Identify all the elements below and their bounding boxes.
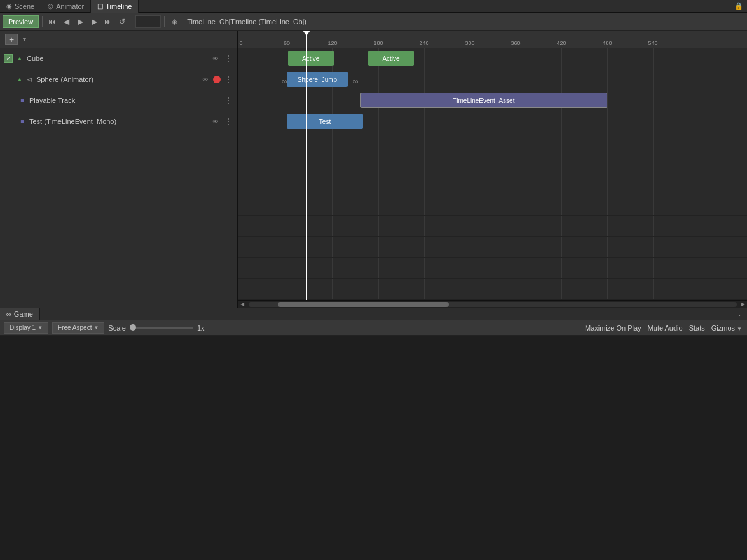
scrollbar-track[interactable] bbox=[249, 302, 737, 307]
sphere-record-indicator bbox=[213, 76, 221, 83]
add-track-dropdown[interactable]: ▼ bbox=[22, 36, 27, 43]
scroll-right-button[interactable]: ▶ bbox=[739, 301, 747, 308]
aspect-select-button[interactable]: Free Aspect ▼ bbox=[52, 322, 104, 334]
loop-button[interactable]: ↺ bbox=[116, 15, 128, 28]
cube-checkbox[interactable]: ✓ bbox=[4, 54, 13, 63]
aspect-label: Free Aspect bbox=[58, 324, 92, 331]
timeline-row-empty-1 bbox=[238, 132, 747, 153]
prev-frame-button[interactable]: ◀ bbox=[60, 15, 72, 28]
cube-visibility-icon[interactable]: 👁 bbox=[210, 53, 221, 64]
cube-track-label: Cube bbox=[27, 55, 208, 62]
timeline-row-empty-6 bbox=[238, 237, 747, 258]
ruler-480: 480 bbox=[602, 40, 612, 46]
animator-tab-label: Animator bbox=[56, 3, 84, 10]
scene-tab-label: Scene bbox=[15, 3, 34, 10]
playhead-ruler bbox=[306, 31, 307, 48]
goto-start-button[interactable]: ⏮ bbox=[46, 15, 58, 28]
test-options-button[interactable]: ⋮ bbox=[223, 116, 233, 126]
ruler-420: 420 bbox=[556, 40, 566, 46]
ruler-0: 0 bbox=[239, 40, 242, 46]
timeline-row-empty-3 bbox=[238, 174, 747, 195]
display-select-button[interactable]: Display 1 ▼ bbox=[4, 322, 48, 334]
gizmos-label: Gizmos bbox=[711, 324, 735, 332]
track-list: + ▼ ✓ ▲ Cube 👁 ⋮ ▲ ⊲ Sphere (Animator) 👁… bbox=[0, 31, 238, 308]
right-toolbar: Maximize On Play Mute Audio Stats Gizmos… bbox=[584, 324, 743, 332]
clip-cube-active1[interactable]: Active bbox=[288, 51, 334, 66]
clip-test[interactable]: Test bbox=[287, 114, 363, 129]
sphere-visibility-icon[interactable]: 👁 bbox=[200, 74, 210, 85]
preview-label: Preview bbox=[8, 18, 33, 25]
add-track-label: + bbox=[9, 34, 14, 44]
timeline-row-empty-2 bbox=[238, 153, 747, 174]
timeline-row-test: Test bbox=[238, 111, 747, 132]
track-row-sphere[interactable]: ▲ ⊲ Sphere (Animator) 👁 ⋮ bbox=[0, 69, 237, 90]
sphere-track-label: Sphere (Animator) bbox=[36, 76, 198, 83]
play-button[interactable]: ▶ bbox=[74, 15, 86, 28]
asset-name-label: TimeLine_ObjTimeline (TimeLine_Obj) bbox=[187, 18, 306, 25]
track-row-test[interactable]: ■ Test (TimeLineEvent_Mono) 👁 ⋮ bbox=[0, 111, 237, 132]
ruler-60: 60 bbox=[284, 40, 290, 46]
goto-end-button[interactable]: ⏭ bbox=[102, 15, 114, 28]
timeline-row-empty-4 bbox=[238, 195, 747, 216]
toolbar-separator-2 bbox=[132, 16, 132, 27]
scroll-left-button[interactable]: ◀ bbox=[238, 301, 246, 308]
lock-icon: 🔒 bbox=[734, 2, 747, 10]
maximize-label: Maximize On Play bbox=[585, 324, 641, 332]
timeline-row-sphere: ∞ Shpere_Jump ∞ bbox=[238, 69, 747, 90]
animator-tab[interactable]: ◎ Animator bbox=[41, 0, 91, 13]
scrollbar-thumb[interactable] bbox=[278, 302, 449, 307]
timeline-row-empty-8 bbox=[238, 279, 747, 300]
timeline-ruler: 0 60 120 180 240 300 360 420 480 540 bbox=[238, 31, 747, 48]
scale-slider-thumb[interactable] bbox=[130, 324, 136, 331]
playable-options-button[interactable]: ⋮ bbox=[223, 95, 233, 106]
playhead-tracks bbox=[306, 48, 307, 300]
mute-audio-button[interactable]: Mute Audio bbox=[647, 324, 684, 332]
test-visibility-icon[interactable]: 👁 bbox=[210, 116, 221, 126]
scale-slider[interactable] bbox=[130, 327, 193, 329]
game-panel-options[interactable]: ⋮ bbox=[736, 310, 747, 318]
toolbar-separator-1 bbox=[42, 16, 43, 27]
ruler-240: 240 bbox=[419, 40, 428, 46]
timeline-tracks-area: Active Active ∞ Shpere_Jump ∞ TimeLineEv… bbox=[238, 48, 747, 300]
timeline-tab-label: Timeline bbox=[106, 3, 132, 10]
scene-tab-icon: ◉ bbox=[6, 3, 12, 10]
ruler-540: 540 bbox=[648, 40, 657, 46]
add-track-button[interactable]: + bbox=[5, 34, 18, 45]
game-panel: ∞ Game ⋮ Display 1 ▼ Free Aspect ▼ Scale… bbox=[0, 308, 747, 336]
ruler-300: 300 bbox=[465, 40, 474, 46]
frame-number-input[interactable]: 83 bbox=[135, 15, 161, 28]
preview-button[interactable]: Preview bbox=[3, 15, 39, 28]
clip-playable-event[interactable]: TimeLineEvent_Asset bbox=[360, 93, 607, 108]
playable-track-icon: ■ bbox=[18, 96, 27, 105]
mute-label: Mute Audio bbox=[648, 324, 683, 332]
cube-options-button[interactable]: ⋮ bbox=[223, 53, 233, 64]
ruler-labels: 0 60 120 180 240 300 360 420 480 540 bbox=[238, 31, 747, 48]
clip-cube-active2[interactable]: Active bbox=[368, 51, 414, 66]
timeline-tab[interactable]: ◫ Timeline bbox=[91, 0, 139, 13]
timeline-row-empty-7 bbox=[238, 258, 747, 279]
scale-label-text: Scale bbox=[108, 324, 126, 332]
timeline-canvas: 0 60 120 180 240 300 360 420 480 540 bbox=[238, 31, 747, 308]
gizmos-button[interactable]: Gizmos ▼ bbox=[710, 324, 743, 332]
clip-sphere-jump[interactable]: Shpere_Jump bbox=[287, 72, 348, 87]
timeline-row-cube: Active Active bbox=[238, 48, 747, 69]
cube-track-icon: ▲ bbox=[15, 54, 24, 63]
timeline-settings-icon: ◈ bbox=[168, 15, 181, 28]
sphere-infinity-right: ∞ bbox=[353, 77, 359, 86]
scene-tab[interactable]: ◉ Scene bbox=[0, 0, 41, 13]
maximize-on-play-button[interactable]: Maximize On Play bbox=[584, 324, 643, 332]
track-row-playable[interactable]: ■ Playable Track ⋮ bbox=[0, 90, 237, 111]
timeline-row-empty-5 bbox=[238, 216, 747, 237]
ruler-360: 360 bbox=[511, 40, 520, 46]
game-tab[interactable]: ∞ Game bbox=[0, 308, 40, 320]
track-row-cube[interactable]: ✓ ▲ Cube 👁 ⋮ bbox=[0, 48, 237, 69]
game-tab-label: Game bbox=[14, 310, 33, 318]
game-toolbar: Display 1 ▼ Free Aspect ▼ Scale 1x Maxim… bbox=[0, 320, 747, 336]
test-track-icon: ■ bbox=[18, 117, 27, 126]
sphere-options-button[interactable]: ⋮ bbox=[223, 74, 233, 85]
stats-button[interactable]: Stats bbox=[688, 324, 706, 332]
aspect-dropdown-arrow: ▼ bbox=[93, 325, 99, 331]
track-list-header: + ▼ bbox=[0, 31, 237, 48]
game-tab-bar: ∞ Game ⋮ bbox=[0, 308, 747, 320]
next-frame-button[interactable]: ▶ bbox=[88, 15, 100, 28]
